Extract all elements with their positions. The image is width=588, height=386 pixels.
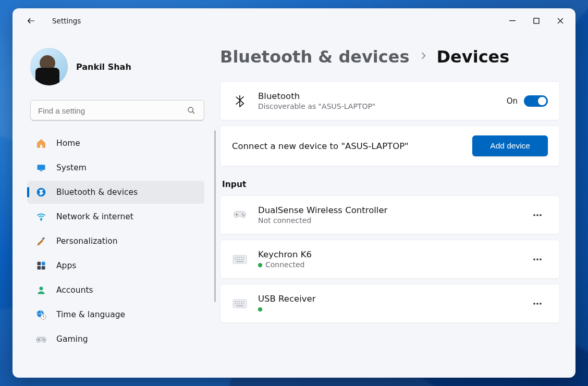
sidebar-item-accounts[interactable]: Accounts: [27, 279, 204, 302]
globe-clock-icon: [35, 309, 47, 320]
bluetooth-icon: [35, 186, 47, 198]
sidebar: Pankil Shah Home System: [13, 33, 216, 378]
device-row[interactable]: USB Receiver: [220, 284, 560, 323]
paintbrush-icon: [35, 235, 47, 247]
device-row[interactable]: DualSense Wireless Controller Not connec…: [220, 195, 560, 234]
connect-text: Connect a new device to "ASUS-LAPTOP": [232, 141, 462, 151]
search-input[interactable]: [30, 100, 204, 121]
sidebar-item-label: System: [56, 163, 87, 172]
svg-rect-4: [40, 170, 43, 171]
keyboard-icon: [232, 255, 248, 264]
person-icon: [35, 284, 47, 296]
profile-block[interactable]: Pankil Shah: [19, 38, 216, 98]
status-dot-icon: [258, 263, 262, 267]
scrollbar[interactable]: [214, 130, 216, 302]
add-device-button[interactable]: Add device: [472, 135, 548, 156]
home-icon: [35, 138, 47, 149]
svg-point-2: [188, 107, 193, 112]
close-button[interactable]: [548, 10, 572, 31]
sidebar-item-label: Time & language: [56, 310, 125, 319]
svg-rect-33: [236, 261, 243, 262]
avatar: [30, 48, 68, 85]
toggle-state-label: On: [507, 96, 518, 106]
svg-rect-7: [42, 237, 45, 240]
device-more-button[interactable]: [527, 294, 548, 313]
sidebar-item-label: Network & internet: [56, 212, 133, 221]
svg-rect-43: [235, 303, 236, 304]
titlebar: Settings: [13, 8, 575, 33]
device-more-button[interactable]: [527, 206, 548, 225]
svg-point-6: [41, 219, 42, 220]
sidebar-item-bluetooth[interactable]: Bluetooth & devices: [27, 181, 204, 204]
breadcrumb-parent[interactable]: Bluetooth & devices: [220, 47, 410, 67]
svg-rect-23: [235, 257, 236, 258]
sidebar-item-apps[interactable]: Apps: [27, 254, 204, 277]
svg-rect-27: [243, 257, 244, 258]
svg-rect-24: [237, 257, 238, 258]
page-title: Devices: [437, 47, 510, 67]
apps-icon: [35, 260, 47, 271]
sidebar-item-system[interactable]: System: [27, 156, 204, 179]
maximize-button[interactable]: [524, 10, 548, 31]
bluetooth-toggle[interactable]: [524, 95, 548, 107]
settings-window: Settings Pankil Shah: [13, 8, 575, 378]
svg-rect-26: [241, 257, 242, 258]
close-icon: [557, 18, 564, 24]
sidebar-item-personalization[interactable]: Personalization: [27, 230, 204, 253]
svg-point-35: [536, 258, 538, 260]
svg-rect-39: [237, 301, 238, 302]
sidebar-item-label: Personalization: [56, 236, 118, 246]
svg-point-36: [540, 258, 542, 260]
svg-rect-11: [42, 266, 45, 270]
svg-point-18: [243, 215, 244, 216]
svg-rect-9: [42, 262, 45, 266]
more-icon: [533, 214, 542, 217]
bluetooth-title: Bluetooth: [258, 91, 496, 101]
status-dot-icon: [258, 307, 262, 312]
window-title: Settings: [52, 17, 81, 25]
svg-point-16: [44, 340, 45, 341]
device-name: Keychron K6: [258, 250, 517, 259]
bluetooth-icon: [232, 94, 248, 108]
svg-point-50: [536, 303, 538, 305]
wifi-icon: [35, 211, 47, 222]
svg-point-15: [43, 339, 44, 340]
nav: Home System Bluetooth & devices Network …: [19, 130, 216, 378]
sidebar-item-label: Gaming: [56, 334, 88, 344]
minimize-icon: [509, 18, 516, 24]
sidebar-item-network[interactable]: Network & internet: [27, 205, 204, 228]
svg-point-19: [533, 214, 535, 216]
back-button[interactable]: [20, 10, 41, 31]
device-row[interactable]: Keychron K6 Connected: [220, 240, 560, 279]
svg-rect-32: [243, 259, 244, 260]
svg-point-17: [242, 213, 243, 214]
svg-rect-47: [243, 303, 244, 304]
profile-name: Pankil Shah: [76, 62, 131, 72]
svg-point-51: [540, 303, 542, 305]
more-icon: [533, 302, 542, 305]
svg-rect-31: [241, 259, 242, 260]
sidebar-item-time[interactable]: Time & language: [27, 303, 204, 326]
svg-point-34: [533, 258, 535, 260]
svg-rect-42: [243, 301, 244, 302]
bluetooth-subtitle: Discoverable as "ASUS-LAPTOP": [258, 102, 496, 110]
device-name: USB Receiver: [258, 294, 517, 304]
search-icon[interactable]: [183, 100, 199, 121]
device-more-button[interactable]: [527, 250, 548, 269]
more-icon: [533, 258, 542, 261]
main-panel: Bluetooth & devices Devices Bluetooth Di…: [216, 33, 575, 378]
bluetooth-card: Bluetooth Discoverable as "ASUS-LAPTOP" …: [220, 81, 560, 120]
gamepad-icon: [35, 333, 47, 345]
connect-card: Connect a new device to "ASUS-LAPTOP" Ad…: [220, 126, 560, 166]
svg-rect-3: [38, 165, 45, 170]
svg-rect-1: [534, 18, 539, 23]
svg-rect-10: [38, 266, 41, 270]
sidebar-item-home[interactable]: Home: [27, 132, 204, 155]
sidebar-item-gaming[interactable]: Gaming: [27, 328, 204, 351]
svg-rect-40: [239, 301, 240, 302]
sidebar-item-label: Home: [56, 139, 80, 148]
minimize-button[interactable]: [500, 10, 524, 31]
device-status: Not connected: [258, 216, 517, 225]
system-icon: [35, 162, 47, 173]
sidebar-item-label: Accounts: [56, 285, 93, 295]
